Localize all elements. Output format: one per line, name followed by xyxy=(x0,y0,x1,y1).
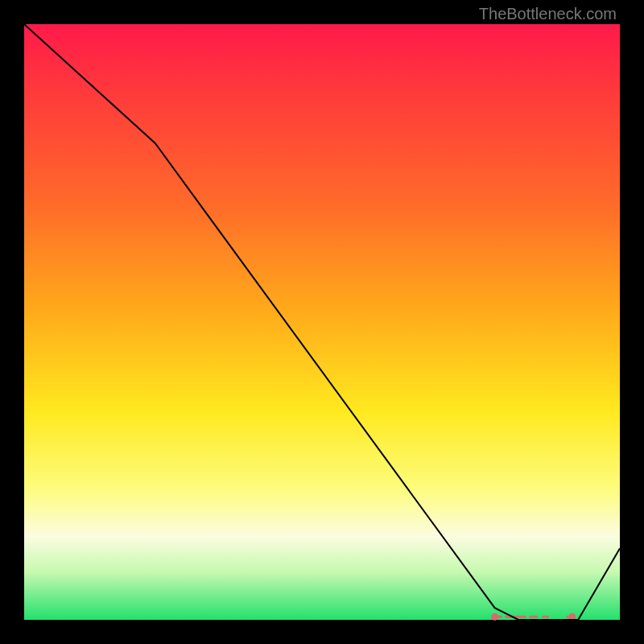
line-series xyxy=(24,24,620,620)
watermark-text: TheBottleneck.com xyxy=(479,5,617,23)
chart-svg xyxy=(24,24,620,620)
chart-container: TheBottleneck.com xyxy=(0,0,644,644)
curve-path xyxy=(24,24,620,620)
marker-endpoint xyxy=(491,613,498,621)
